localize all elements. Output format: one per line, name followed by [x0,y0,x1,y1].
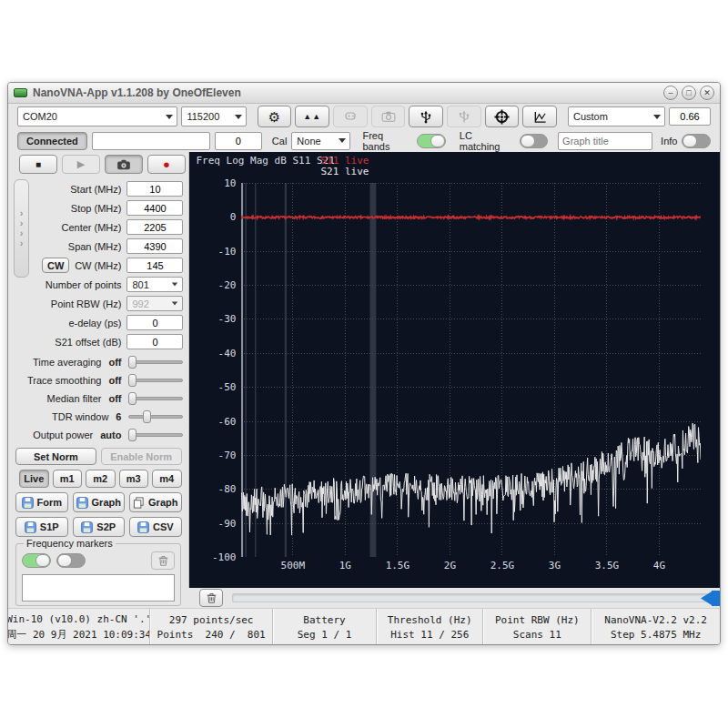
sweep-position-handle[interactable] [701,591,721,606]
save-graph-button[interactable]: Graph [73,492,126,512]
set-norm-button[interactable]: Set Norm [15,448,96,465]
cal-select[interactable]: None [291,132,350,150]
com-port-select[interactable]: COM20 [17,106,177,126]
close-button[interactable]: ✕ [700,86,714,100]
slider-value: 6 [116,411,121,422]
delete-markers-button [151,551,175,570]
x-axis-label: 1G [339,560,351,571]
field-input-1[interactable] [126,200,183,216]
slider-handle[interactable] [128,356,136,369]
sweep-progress-track[interactable] [232,593,720,602]
field-label: Span (MHz) [68,241,122,252]
memory-tab-m1[interactable]: m1 [53,470,83,488]
field-input-0[interactable] [126,181,183,197]
field-value: 992 [132,298,148,309]
field-input-4[interactable] [126,258,183,273]
cw-button[interactable]: CW [42,258,69,273]
slider-median-filter[interactable] [128,392,183,405]
y-axis-label: 10 [194,177,236,189]
slider-output-power[interactable] [128,429,183,441]
toggle-knob [430,135,445,147]
frequency-markers-label: Frequency markers [24,538,116,549]
clear-sweep-button[interactable] [199,589,223,607]
slider-value: off [108,375,121,386]
slider-tdr-window[interactable] [128,410,183,423]
y-axis-label: -30 [194,313,236,325]
field-select-6: 992 [126,296,183,311]
slider-row: Output powerauto [8,426,188,444]
slider-row: TDR window6 [8,408,188,426]
record-button[interactable]: ● [147,155,186,174]
preset-select[interactable]: Custom [568,106,665,126]
slider-handle[interactable] [128,429,136,441]
field-label: Number of points [46,279,122,290]
memory-tab-m4[interactable]: m4 [152,470,182,488]
firmware-upload-button[interactable]: ▲▲ [295,106,329,127]
field-input-2[interactable] [126,219,183,235]
field-row: e-delay (ps) [8,313,188,332]
field-input-7[interactable] [126,315,183,330]
slider-handle[interactable] [128,392,136,405]
stop-button[interactable]: ■ [19,155,57,174]
memory-tab-m2[interactable]: m2 [86,470,116,488]
field-select-5[interactable]: 801 [126,277,183,292]
panel-expander[interactable]: › › › › [14,179,29,278]
status-top-text: 297 points/sec [169,614,254,626]
slider-handle[interactable] [128,374,136,387]
slider-value: off [108,357,121,368]
field-input-3[interactable] [126,238,183,254]
stop-icon: ■ [35,159,41,169]
info-toggle[interactable] [682,134,711,148]
chevron-down-icon [339,138,346,143]
marker-toggle-2[interactable] [56,553,86,568]
save-csv-button[interactable]: CSV [129,517,182,537]
slider-time-averaging[interactable] [128,356,183,369]
slider-label: TDR window [52,411,108,422]
button-label: Form [37,497,63,508]
cal-count-field[interactable] [215,132,262,150]
toggle-knob [682,135,697,147]
field-label: S21 offset (dB) [55,337,121,348]
save-form-button[interactable]: Form [15,492,68,512]
status-bottom-text: Scans 11 [513,629,561,641]
graph-title-input[interactable] [558,132,652,150]
lc-matching-toggle[interactable] [520,134,549,148]
field-row: Number of points801 [8,275,188,294]
maximize-button[interactable]: □ [682,86,696,100]
save-s2p-button[interactable]: S2P [73,517,126,537]
scale-value-field[interactable] [669,107,711,126]
status-column-1: 297 points/secPoints 240 / 801 [150,609,273,645]
connect-button[interactable]: Connected [17,132,87,150]
toggle-knob [57,554,72,567]
freq-bands-toggle[interactable] [417,134,446,148]
settings-button[interactable]: ⚙ [258,106,292,127]
slider-handle[interactable] [143,410,151,423]
save-s1p-button[interactable]: S1P [15,517,68,537]
usb-connect-button[interactable] [409,106,443,127]
screenshot-button[interactable] [105,155,143,174]
message-field[interactable] [92,132,210,150]
calibration-button[interactable] [485,106,520,127]
status-bottom-text: Seg 1 / 1 [298,629,352,641]
memory-tab-live[interactable]: Live [19,470,49,488]
chevron-down-icon [235,115,242,119]
copy-graph-button[interactable]: Graph [129,492,182,512]
markers-list[interactable] [22,574,175,602]
baud-rate-select[interactable]: 115200 [181,106,246,126]
preset-value: Custom [573,111,608,122]
minimize-button[interactable]: – [663,86,678,100]
chevron-right-icon: › [20,238,24,248]
memory-tab-m3[interactable]: m3 [119,470,149,488]
status-column-2: BatterySeg 1 / 1 [273,609,377,645]
field-input-8[interactable] [126,334,183,349]
status-bottom-text: Step 5.4875 MHz [611,629,701,641]
plot-area[interactable] [241,183,701,557]
double-up-icon: ▲▲ [303,112,321,121]
slider-trace-smoothing[interactable] [128,374,183,387]
x-axis-label: 500M [281,560,306,571]
window-title: NanoVNA-App v1.1.208 by OneOfEleven [33,86,663,99]
frequency-markers-group: Frequency markers [15,543,181,606]
marker-toggle-1[interactable] [22,553,51,568]
graph-mode-button[interactable] [522,106,557,127]
field-label: e-delay (ps) [68,318,121,329]
